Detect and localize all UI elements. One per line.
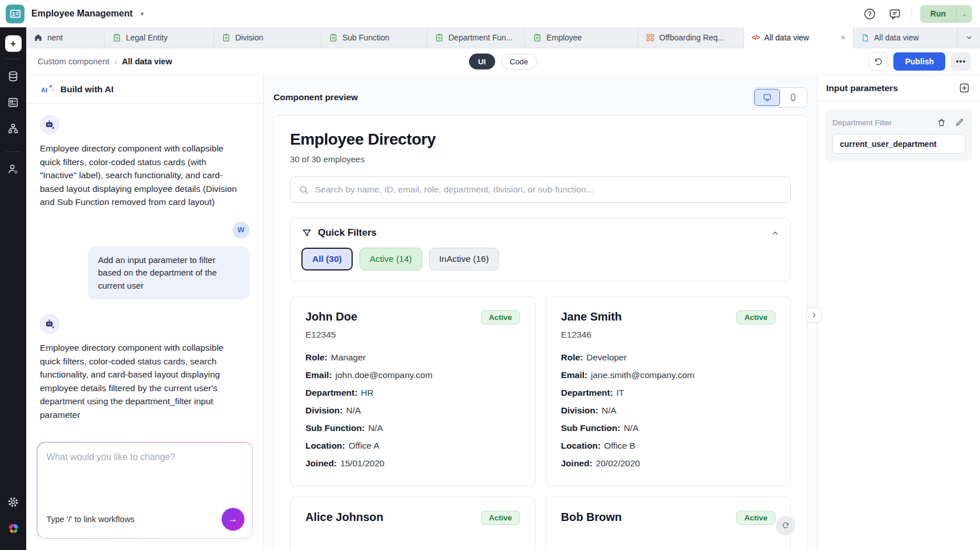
tab-department-function[interactable]: Department Fun... [427, 27, 525, 48]
tab-offboarding-request[interactable]: Offboarding Req... [638, 27, 744, 48]
send-button[interactable]: → [222, 508, 244, 531]
breadcrumb-bar: Custom component › All data view UI Code… [26, 48, 980, 75]
rail-item-workflows[interactable] [3, 118, 23, 139]
refresh-icon [781, 521, 790, 530]
field-value: 15/01/2020 [340, 458, 385, 468]
app-root: Employee Management ▾ ? Run ⌄ + [0, 0, 980, 550]
plus-square-icon [958, 82, 970, 94]
parameter-label: Department Filter [832, 118, 892, 127]
field-label: Role: [305, 352, 328, 362]
ai-chat-input[interactable] [47, 452, 243, 504]
assistant-message: Employee directory component with collap… [40, 142, 240, 209]
ui-mode-button[interactable]: UI [469, 54, 495, 69]
code-mode-button[interactable]: Code [501, 54, 537, 69]
rail-item-database[interactable] [3, 66, 23, 87]
search-icon [299, 184, 309, 195]
top-bar: Employee Management ▾ ? Run ⌄ [0, 0, 980, 27]
delete-parameter-button[interactable] [936, 117, 947, 128]
breadcrumb-separator-icon: › [115, 58, 117, 66]
history-button[interactable] [869, 52, 888, 71]
tab-all-data-view-active[interactable]: </> All data view × [744, 27, 854, 48]
user-avatar: W [232, 221, 250, 239]
filter-inactive-button[interactable]: InActive (16) [429, 248, 499, 270]
field-label: Department: [561, 388, 613, 397]
edit-parameter-button[interactable] [954, 117, 965, 128]
field-label: Email: [561, 370, 588, 380]
parameter-actions [936, 117, 965, 128]
parameter-value-input[interactable] [832, 134, 965, 154]
rail-item-apps[interactable] [3, 92, 23, 113]
rail-item-settings[interactable] [3, 492, 23, 512]
tab-overflow-button[interactable] [957, 27, 980, 48]
field-label: Joined: [305, 458, 337, 468]
build-with-ai-panel: AI Build with AI Employee directory comp… [26, 75, 264, 550]
refresh-preview-button[interactable] [776, 516, 795, 535]
feedback-button[interactable] [887, 5, 904, 22]
filter-active-button[interactable]: Active (14) [360, 248, 422, 270]
employee-field: Location:Office B [561, 437, 776, 454]
employee-fields: Role:Developer Email:jane.smith@company.… [561, 348, 776, 472]
breadcrumb-current: All data view [122, 57, 172, 66]
chevron-up-icon [771, 229, 779, 237]
employee-field: Sub Function:N/A [305, 419, 520, 437]
add-parameter-button[interactable] [957, 81, 971, 96]
clipboard-icon [533, 33, 542, 42]
run-button[interactable]: Run [920, 5, 956, 23]
breadcrumb-parent[interactable]: Custom component [38, 57, 109, 66]
run-options-button[interactable]: ⌄ [957, 5, 972, 23]
employee-name: Jane Smith [561, 310, 622, 323]
clipboard-icon [435, 33, 444, 42]
run-split-button: Run ⌄ [920, 5, 972, 23]
employee-card[interactable]: Jane Smith Active E12346 Role:Developer … [546, 296, 791, 486]
tab-division[interactable]: Division [214, 27, 321, 48]
mobile-view-button[interactable] [780, 89, 806, 106]
employee-card[interactable]: John Doe Active E12345 Role:Manager Emai… [290, 296, 536, 486]
desktop-view-button[interactable] [754, 89, 780, 106]
tab-label: Legal Entity [126, 33, 168, 42]
tab-bar: nent Legal Entity Division Sub Function … [26, 27, 980, 48]
employee-id: E12345 [305, 330, 520, 340]
collapse-filters-button[interactable] [771, 229, 779, 237]
assistant-avatar [40, 314, 59, 334]
close-icon[interactable]: × [835, 33, 846, 42]
help-button[interactable]: ? [861, 5, 879, 22]
tab-legal-entity[interactable]: Legal Entity [105, 27, 214, 48]
field-label: Role: [561, 352, 583, 362]
employee-field: Department:HR [305, 384, 520, 401]
field-label: Location: [561, 441, 601, 450]
quick-filters-section: Quick Filters All (30) Active (14) InAct… [290, 217, 791, 281]
chevron-down-icon: ⌄ [962, 11, 966, 17]
app-title-caret-icon[interactable]: ▾ [141, 10, 144, 18]
assistant-avatar [40, 115, 59, 134]
input-parameters-title: Input parameters [826, 83, 898, 93]
arrow-right-icon: → [228, 514, 238, 525]
app-logo-icon [6, 5, 24, 23]
directory-search-box [290, 177, 791, 203]
chevron-down-icon [965, 34, 973, 42]
panel-expand-button[interactable] [806, 307, 822, 323]
workspace-logo-button[interactable] [3, 518, 23, 539]
tab-all-data-view[interactable]: All data view [854, 27, 957, 48]
ai-panel-title: Build with AI [60, 84, 113, 95]
create-new-button[interactable]: + [5, 35, 22, 52]
field-label: Sub Function: [305, 423, 365, 433]
tab-sub-function[interactable]: Sub Function [321, 27, 427, 48]
tab-label: Offboarding Req... [659, 33, 724, 42]
tab-employee[interactable]: Employee [525, 27, 638, 48]
preview-title: Component preview [273, 92, 358, 102]
publish-button[interactable]: Publish [893, 52, 945, 71]
tab-label: Sub Function [342, 33, 390, 42]
ellipsis-icon: ••• [956, 57, 966, 66]
rail-item-user-settings[interactable] [3, 159, 23, 179]
search-input[interactable] [315, 184, 782, 195]
employee-card[interactable]: Bob Brown Active [546, 496, 791, 550]
field-label: Sub Function: [561, 423, 620, 433]
top-bar-divider [912, 7, 912, 20]
filter-all-button[interactable]: All (30) [301, 248, 353, 270]
tab-home-truncated[interactable]: nent [26, 27, 105, 48]
more-options-button[interactable]: ••• [951, 52, 971, 71]
field-value: john.doe@company.com [336, 370, 433, 380]
field-value: N/A [368, 423, 383, 433]
employee-card[interactable]: Alice Johnson Active [290, 496, 536, 550]
field-label: Department: [305, 388, 357, 397]
